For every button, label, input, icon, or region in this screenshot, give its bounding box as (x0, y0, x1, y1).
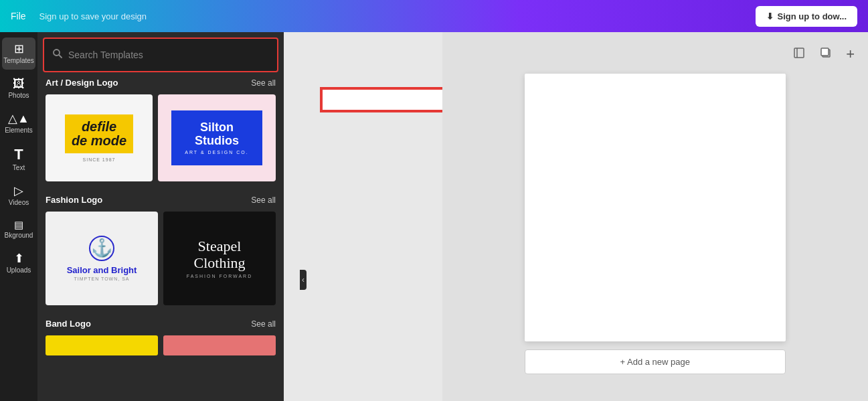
defile-small: SINCE 1987 (65, 157, 133, 162)
see-all-fashion[interactable]: See all (251, 195, 276, 205)
sailor-anchor-icon: ⚓ (89, 236, 114, 261)
steapel-title-line1: Steapel (198, 238, 242, 254)
see-all-band[interactable]: See all (251, 319, 276, 329)
red-arrow-annotation (308, 70, 442, 133)
silton-title-line2: Studios (185, 135, 249, 148)
sidebar-videos-label: Videos (9, 199, 29, 206)
download-icon: ⬇ (766, 11, 774, 21)
section-fashion-title: Fashion Logo (46, 195, 102, 205)
expand-page-button[interactable] (790, 44, 808, 66)
template-card-silton[interactable]: Silton Studios ART & DESIGN CO. (158, 94, 276, 181)
steapel-title-line2: Clothing (193, 255, 245, 271)
templates-icon: ⊞ (14, 43, 24, 55)
canvas-area: + + Add a new page (442, 32, 869, 401)
background-icon: ▤ (14, 220, 23, 230)
elements-icon: △▲ (8, 112, 29, 125)
silton-sub: ART & DESIGN CO. (185, 150, 249, 155)
canvas-toolbar: + (453, 43, 858, 66)
canvas-page (525, 74, 786, 341)
defile-yellow-bg: defile de mode (65, 114, 133, 153)
sidebar-item-photos[interactable]: 🖼 Photos (2, 72, 35, 104)
section-art-title: Art / Design Logo (46, 78, 118, 88)
defile-title-line1: defile (72, 120, 126, 134)
sailor-sub: TIMPTEN TOWN, SA (74, 276, 129, 281)
sidebar-item-background[interactable]: ▤ Bkground (2, 214, 35, 244)
file-menu[interactable]: File (11, 11, 26, 21)
template-card-sailor[interactable]: ⚓ Sailor and Bright TIMPTEN TOWN, SA (46, 212, 158, 305)
text-icon: T (14, 147, 23, 162)
sidebar-templates-label: Templates (3, 57, 34, 64)
sidebar-uploads-label: Uploads (7, 266, 31, 274)
sidebar-text-label: Text (13, 164, 25, 171)
section-fashion-header: Fashion Logo See all (46, 195, 276, 205)
see-all-art-design[interactable]: See all (251, 78, 276, 88)
steapel-sub: FASHION FORWARD (187, 274, 252, 278)
photos-icon: 🖼 (13, 78, 25, 90)
template-card-defile[interactable]: defile de mode SINCE 1987 (46, 94, 153, 181)
section-art-design-logo: Art / Design Logo See all defile de mode (46, 78, 276, 181)
sidebar-elements-label: Elements (5, 127, 33, 134)
search-area (43, 37, 278, 72)
section-band-header: Band Logo See all (46, 319, 276, 329)
silton-inner: Silton Studios ART & DESIGN CO. (171, 110, 262, 166)
band-cards-partial (46, 335, 276, 355)
add-page-button[interactable]: + Add a new page (525, 349, 786, 374)
main-layout: ⊞ Templates 🖼 Photos △▲ Elements T Text … (0, 32, 868, 401)
search-input[interactable] (68, 50, 269, 60)
signup-label: Sign up to dow... (778, 11, 847, 21)
section-band-title: Band Logo (46, 319, 91, 329)
signup-button[interactable]: ⬇ Sign up to dow... (756, 6, 858, 27)
search-icon (52, 48, 63, 62)
templates-scroll[interactable]: Art / Design Logo See all defile de mode (37, 78, 284, 401)
videos-icon: ▷ (14, 185, 23, 197)
svg-line-1 (59, 55, 62, 58)
uploads-icon: ⬆ (14, 252, 24, 264)
sidebar-photos-label: Photos (8, 92, 29, 99)
sidebar-item-uploads[interactable]: ⬆ Uploads (2, 247, 35, 279)
panel-wrap: Art / Design Logo See all defile de mode (37, 32, 442, 401)
sidebar-item-videos[interactable]: ▷ Videos (2, 179, 35, 212)
svg-rect-6 (821, 48, 829, 56)
sidebar-background-label: Bkground (5, 232, 33, 239)
icon-sidebar: ⊞ Templates 🖼 Photos △▲ Elements T Text … (0, 32, 37, 401)
template-card-steapel[interactable]: Steapel Clothing FASHION FORWARD (163, 212, 276, 305)
svg-rect-3 (794, 48, 804, 58)
band-card-yellow[interactable] (46, 335, 158, 355)
templates-panel: Art / Design Logo See all defile de mode (37, 32, 284, 401)
collapse-handle[interactable]: ‹ (300, 270, 307, 290)
add-page-icon-button[interactable]: + (843, 43, 857, 66)
duplicate-page-button[interactable] (816, 44, 835, 66)
svg-marker-2 (321, 76, 442, 123)
silton-title-line1: Silton (185, 121, 249, 135)
sidebar-item-elements[interactable]: △▲ Elements (2, 107, 35, 139)
sidebar-item-text[interactable]: T Text (2, 142, 35, 177)
section-fashion-logo: Fashion Logo See all ⚓ Sailor and Bright… (46, 195, 276, 305)
search-input-wrapper (52, 48, 269, 62)
defile-title-line2: de mode (72, 134, 126, 148)
sailor-title: Sailor and Bright (67, 265, 137, 276)
topbar-right: ⬇ Sign up to dow... (756, 6, 858, 27)
topbar-left: File Sign up to save your design (11, 11, 147, 21)
defile-inner: defile de mode SINCE 1987 (57, 106, 141, 170)
section-band-logo: Band Logo See all (46, 319, 276, 355)
art-design-grid: defile de mode SINCE 1987 Silton Studios (46, 94, 276, 181)
band-card-pink[interactable] (163, 335, 276, 355)
topbar: File Sign up to save your design ⬇ Sign … (0, 0, 868, 32)
save-tagline: Sign up to save your design (39, 11, 147, 21)
section-art-design-header: Art / Design Logo See all (46, 78, 276, 88)
fashion-grid: ⚓ Sailor and Bright TIMPTEN TOWN, SA Ste… (46, 212, 276, 305)
sidebar-item-templates[interactable]: ⊞ Templates (2, 37, 35, 70)
